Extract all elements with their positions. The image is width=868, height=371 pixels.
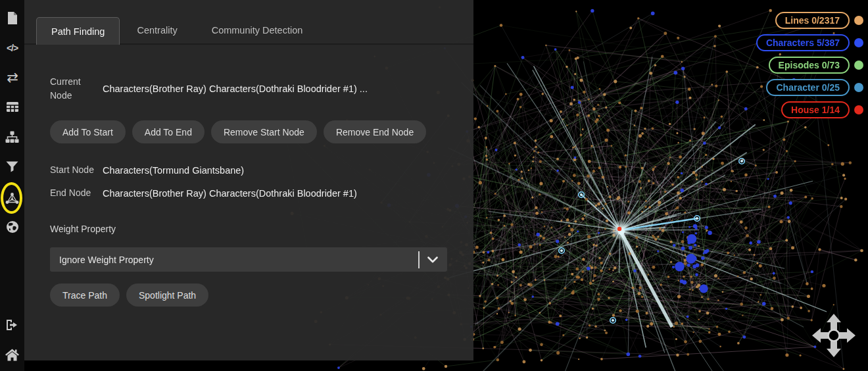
pan-right-icon[interactable]	[839, 328, 856, 343]
code-icon[interactable]: </>	[0, 37, 24, 59]
network-analysis-icon[interactable]	[0, 187, 24, 209]
pan-down-icon[interactable]	[827, 341, 841, 357]
legend-house[interactable]: House 1/14	[781, 101, 863, 118]
document-icon[interactable]	[0, 7, 24, 29]
sign-out-icon[interactable]	[0, 314, 24, 336]
current-node-value: Characters(Brother Ray) Characters(Dothr…	[103, 75, 447, 103]
chevron-down-icon	[427, 257, 447, 263]
tab-path-finding[interactable]: Path Finding	[36, 17, 120, 45]
trace-path-button[interactable]: Trace Path	[50, 284, 120, 307]
start-node-label: Start Node	[50, 163, 103, 177]
legend-characters-dot[interactable]	[854, 38, 863, 47]
spotlight-path-button[interactable]: Spotlight Path	[126, 284, 208, 307]
hierarchy-icon[interactable]	[0, 126, 24, 148]
legend-lines[interactable]: Lines 0/2317	[775, 12, 863, 29]
pan-left-icon[interactable]	[812, 328, 829, 343]
home-icon[interactable]	[0, 343, 24, 366]
tab-community-detection[interactable]: Community Detection	[195, 17, 320, 43]
legend-characters-pill[interactable]: Characters 5/387	[756, 34, 850, 51]
pan-center-icon[interactable]	[829, 330, 840, 341]
weight-property-select[interactable]: Ignore Weight Property	[50, 247, 447, 272]
pan-control[interactable]	[809, 310, 859, 360]
end-node-row: End Node Characters(Brother Ray) Charact…	[50, 186, 447, 200]
tab-centrality[interactable]: Centrality	[120, 17, 194, 43]
end-node-label: End Node	[50, 186, 103, 200]
legend-house-pill[interactable]: House 1/14	[781, 101, 850, 118]
legend-episodes-pill[interactable]: Episodes 0/73	[769, 57, 850, 74]
node-edit-buttons: Add To Start Add To End Remove Start Nod…	[50, 120, 447, 143]
remove-start-node-button[interactable]: Remove Start Node	[211, 120, 317, 143]
weight-property-label: Weight Property	[50, 224, 447, 234]
toolbar-sidebar: </> ⇄	[0, 0, 24, 371]
globe-icon[interactable]	[0, 216, 24, 238]
legend-episodes[interactable]: Episodes 0/73	[769, 57, 863, 74]
add-to-start-button[interactable]: Add To Start	[50, 120, 126, 143]
start-node-row: Start Node Characters(Tormund Giantsbane…	[50, 163, 447, 177]
remove-end-node-button[interactable]: Remove End Node	[324, 120, 426, 143]
legend-house-dot[interactable]	[854, 105, 863, 114]
legend-character[interactable]: Character 0/25	[766, 79, 863, 96]
select-divider	[418, 251, 420, 268]
add-to-end-button[interactable]: Add To End	[132, 120, 205, 143]
weight-property-selected-value: Ignore Weight Property	[50, 255, 418, 265]
path-action-buttons: Trace Path Spotlight Path	[50, 284, 447, 307]
current-node-row: Current Node Characters(Brother Ray) Cha…	[50, 75, 447, 103]
filter-icon[interactable]	[0, 155, 24, 178]
current-node-label: Current Node	[50, 75, 103, 103]
panel-tabs: Path Finding Centrality Community Detect…	[24, 0, 473, 45]
legend-character-dot[interactable]	[854, 83, 863, 92]
table-icon[interactable]	[0, 95, 24, 118]
start-node-value: Characters(Tormund Giantsbane)	[103, 163, 447, 177]
legend-lines-pill[interactable]: Lines 0/2317	[775, 12, 850, 29]
swap-arrows-icon[interactable]: ⇄	[0, 66, 24, 89]
end-node-value: Characters(Brother Ray) Characters(Dothr…	[103, 186, 447, 200]
legend-character-pill[interactable]: Character 0/25	[766, 79, 850, 96]
app-window: </> ⇄	[0, 0, 868, 371]
legend-episodes-dot[interactable]	[854, 61, 863, 70]
path-finding-panel: Path Finding Centrality Community Detect…	[24, 0, 473, 360]
legend-characters[interactable]: Characters 5/387	[756, 34, 863, 51]
pan-up-icon[interactable]	[827, 314, 841, 330]
legend-lines-dot[interactable]	[854, 16, 863, 25]
point-type-legend: Lines 0/2317 Characters 5/387 Episodes 0…	[756, 12, 863, 118]
